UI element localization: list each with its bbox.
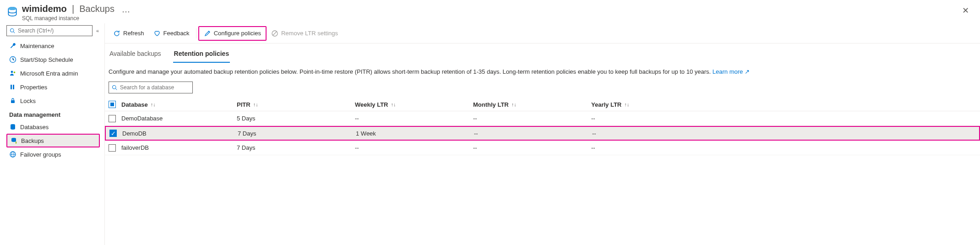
sidebar-item-label: Properties xyxy=(20,84,47,91)
row-checkbox[interactable] xyxy=(109,115,116,122)
svg-point-6 xyxy=(14,71,16,73)
refresh-icon xyxy=(113,30,120,37)
svg-rect-8 xyxy=(13,85,14,89)
main-content: Refresh Feedback Configure policies Remo… xyxy=(104,23,980,245)
table-row[interactable]: DemoDatabase 5 Days -- -- -- xyxy=(105,111,980,126)
more-actions-button[interactable]: ⋯ xyxy=(122,6,130,16)
table-row[interactable]: ✓ DemoDB 7 Days 1 Week -- -- xyxy=(105,126,980,141)
instance-name: wimidemo xyxy=(22,4,67,14)
sidebar-search-field[interactable] xyxy=(18,27,89,34)
sidebar-item-entra[interactable]: Microsoft Entra admin xyxy=(6,66,100,80)
svg-point-1 xyxy=(8,7,16,10)
properties-icon xyxy=(9,83,16,91)
column-database[interactable]: Database↑↓ xyxy=(121,101,237,108)
feedback-label: Feedback xyxy=(163,30,190,37)
database-search-field[interactable] xyxy=(120,84,190,91)
svg-point-5 xyxy=(11,71,13,73)
resource-type: SQL managed instance xyxy=(22,15,114,22)
configure-label: Configure policies xyxy=(214,30,261,37)
svg-line-18 xyxy=(115,88,117,90)
database-icon xyxy=(9,123,16,131)
svg-point-2 xyxy=(11,29,14,33)
remove-ltr-button: Remove LTR settings xyxy=(267,26,343,41)
column-pitr[interactable]: PITR↑↓ xyxy=(237,101,355,108)
globe-icon xyxy=(9,151,16,158)
sidebar-item-properties[interactable]: Properties xyxy=(6,80,100,94)
cell-yearly: -- xyxy=(592,130,975,137)
svg-point-10 xyxy=(11,124,15,126)
tabs: Available backups Retention policies xyxy=(105,44,980,63)
sidebar-item-label: Databases xyxy=(20,124,49,131)
table-header: Database↑↓ PITR↑↓ Weekly LTR↑↓ Monthly L… xyxy=(105,98,980,111)
sidebar-item-startstop[interactable]: Start/Stop Schedule xyxy=(6,53,100,66)
sort-icon: ↑↓ xyxy=(391,102,396,107)
backup-icon xyxy=(10,137,17,144)
info-text: Configure and manage your automated back… xyxy=(105,63,980,75)
sort-icon: ↑↓ xyxy=(151,102,156,107)
sidebar-item-label: Locks xyxy=(20,98,36,104)
cell-database: failoverDB xyxy=(121,144,237,151)
sidebar-item-databases[interactable]: Databases xyxy=(6,120,100,134)
refresh-label: Refresh xyxy=(123,30,144,37)
table-body: DemoDatabase 5 Days -- -- -- ✓ DemoDB 7 … xyxy=(105,111,980,155)
column-yearly[interactable]: Yearly LTR↑↓ xyxy=(591,101,976,108)
column-monthly[interactable]: Monthly LTR↑↓ xyxy=(473,101,591,108)
cell-yearly: -- xyxy=(591,144,976,151)
cell-weekly: 1 Week xyxy=(356,130,474,137)
cell-monthly: -- xyxy=(473,115,591,122)
column-weekly[interactable]: Weekly LTR↑↓ xyxy=(355,101,473,108)
sidebar-item-failover[interactable]: Failover groups xyxy=(6,147,100,161)
header-titles: wimidemo | Backups SQL managed instance xyxy=(22,4,114,22)
sidebar-item-locks[interactable]: Locks xyxy=(6,94,100,108)
configure-policies-button[interactable]: Configure policies xyxy=(198,26,267,41)
refresh-button[interactable]: Refresh xyxy=(109,26,149,41)
learn-more-link[interactable]: Learn more ↗ xyxy=(713,68,750,75)
sort-icon: ↑↓ xyxy=(512,102,517,107)
feedback-button[interactable]: Feedback xyxy=(149,26,194,41)
external-link-icon: ↗ xyxy=(745,68,750,75)
toolbar: Refresh Feedback Configure policies Remo… xyxy=(105,23,980,44)
sidebar-item-label: Start/Stop Schedule xyxy=(20,56,73,63)
table-row[interactable]: failoverDB 7 Days -- -- -- xyxy=(105,141,980,155)
sidebar-item-backups[interactable]: Backups xyxy=(6,134,100,147)
sidebar-section-datamgmt: Data management xyxy=(6,108,100,120)
person-icon xyxy=(9,70,16,77)
svg-rect-7 xyxy=(11,85,12,89)
sidebar: « Maintenance Start/Stop Schedule Micros… xyxy=(0,23,104,245)
database-search-input[interactable] xyxy=(109,82,193,93)
info-body: Configure and manage your automated back… xyxy=(109,68,713,75)
svg-line-3 xyxy=(13,32,15,33)
tab-available-backups[interactable]: Available backups xyxy=(109,47,162,63)
page-title: wimidemo | Backups xyxy=(22,4,114,14)
cell-pitr: 7 Days xyxy=(237,144,355,151)
lock-icon xyxy=(9,97,16,104)
cell-database: DemoDatabase xyxy=(121,115,237,122)
remove-label: Remove LTR settings xyxy=(281,30,338,37)
select-all-checkbox[interactable] xyxy=(109,101,116,108)
cell-weekly: -- xyxy=(355,144,473,151)
sidebar-item-label: Failover groups xyxy=(20,151,61,158)
tab-retention-policies[interactable]: Retention policies xyxy=(173,47,230,63)
cell-pitr: 5 Days xyxy=(237,115,355,122)
svg-line-16 xyxy=(273,32,277,35)
cell-monthly: -- xyxy=(473,144,591,151)
svg-point-17 xyxy=(113,86,116,89)
sidebar-search-input[interactable] xyxy=(6,25,93,36)
toolbar-separator xyxy=(196,28,196,38)
sidebar-collapse-button[interactable]: « xyxy=(96,28,99,33)
sidebar-item-label: Maintenance xyxy=(20,43,54,49)
cell-pitr: 7 Days xyxy=(238,130,356,137)
close-button[interactable]: ✕ xyxy=(960,4,971,17)
row-checkbox[interactable] xyxy=(109,144,116,152)
cell-weekly: -- xyxy=(355,115,473,122)
edit-icon xyxy=(204,30,211,37)
sidebar-item-maintenance[interactable]: Maintenance xyxy=(6,39,100,53)
cell-yearly: -- xyxy=(591,115,976,122)
cell-database: DemoDB xyxy=(122,130,238,137)
wrench-icon xyxy=(9,42,16,49)
sort-icon: ↑↓ xyxy=(253,102,258,107)
row-checkbox[interactable]: ✓ xyxy=(109,130,117,137)
sql-instance-icon xyxy=(6,5,18,17)
sidebar-item-label: Backups xyxy=(21,137,44,144)
cell-monthly: -- xyxy=(474,130,592,137)
